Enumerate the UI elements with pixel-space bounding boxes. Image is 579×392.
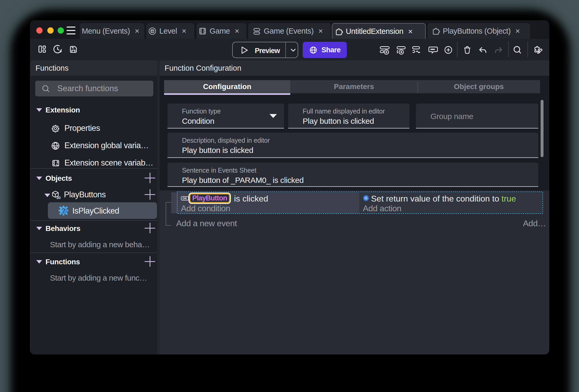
svg-text:?: ? [62, 207, 65, 214]
svg-text:G: G [365, 196, 368, 200]
svg-text:2D: 2D [57, 196, 60, 200]
